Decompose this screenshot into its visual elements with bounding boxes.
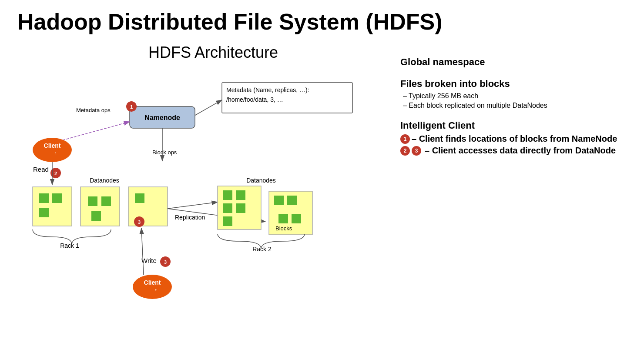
svg-text:3: 3 bbox=[164, 259, 167, 265]
svg-line-39 bbox=[141, 228, 144, 275]
svg-text:Client: Client bbox=[144, 279, 161, 286]
intelligent-bullet-1-text: – Client finds locations of blocks from … bbox=[412, 134, 617, 144]
svg-rect-49 bbox=[223, 216, 232, 226]
svg-text:/home/foo/data, 3, …: /home/foo/data, 3, … bbox=[226, 96, 283, 103]
svg-point-36 bbox=[133, 275, 172, 299]
section-intelligent-client: Intelligent Client 1 – Client finds loca… bbox=[400, 120, 627, 156]
svg-text:Block ops: Block ops bbox=[152, 149, 177, 156]
svg-rect-29 bbox=[135, 193, 144, 203]
svg-rect-23 bbox=[39, 208, 49, 217]
svg-rect-26 bbox=[101, 196, 111, 206]
svg-text:Client: Client bbox=[44, 142, 61, 149]
svg-text:Replication: Replication bbox=[175, 214, 205, 221]
svg-rect-54 bbox=[292, 214, 301, 223]
svg-line-3 bbox=[191, 100, 222, 117]
svg-point-12 bbox=[33, 138, 72, 162]
global-namespace-heading: Global namespace bbox=[400, 57, 627, 68]
badge-3: 3 bbox=[412, 146, 421, 156]
svg-rect-20 bbox=[33, 187, 72, 226]
hdfs-diagram: Metadata (Name, replicas, …): /home/foo/… bbox=[17, 65, 374, 335]
bullet-256mb: – Typically 256 MB each bbox=[400, 92, 627, 100]
svg-rect-21 bbox=[39, 193, 49, 203]
svg-text:2: 2 bbox=[54, 171, 57, 176]
svg-rect-22 bbox=[52, 193, 62, 203]
svg-text:1: 1 bbox=[130, 104, 133, 110]
svg-text:Blocks: Blocks bbox=[275, 225, 292, 232]
svg-text:₂: ₂ bbox=[155, 287, 157, 292]
svg-text:Read: Read bbox=[33, 166, 49, 173]
intelligent-bullet-1: 1 – Client finds locations of blocks fro… bbox=[400, 134, 627, 144]
svg-text:Metadata ops: Metadata ops bbox=[76, 107, 111, 113]
diagram-title: HDFS Architecture bbox=[52, 43, 374, 62]
svg-text:Metadata (Name, replicas, …):: Metadata (Name, replicas, …): bbox=[226, 86, 309, 93]
svg-text:Rack 1: Rack 1 bbox=[60, 242, 79, 249]
svg-rect-46 bbox=[236, 190, 245, 200]
svg-rect-25 bbox=[88, 196, 97, 206]
svg-rect-48 bbox=[236, 203, 245, 213]
bullet-256mb-text: – Typically 256 MB each bbox=[403, 92, 478, 100]
svg-rect-53 bbox=[278, 214, 288, 223]
svg-line-9 bbox=[59, 122, 130, 141]
svg-rect-28 bbox=[128, 187, 168, 226]
svg-text:₁: ₁ bbox=[55, 150, 57, 155]
diagram-area: HDFS Architecture Metadata (Name, replic… bbox=[17, 39, 374, 335]
svg-text:Datanodes: Datanodes bbox=[246, 177, 276, 184]
svg-rect-47 bbox=[223, 203, 232, 213]
bullet-replicated-text: – Each block replicated on multiple Data… bbox=[403, 102, 547, 110]
svg-rect-51 bbox=[274, 196, 284, 205]
svg-text:Write: Write bbox=[141, 257, 157, 264]
svg-rect-27 bbox=[91, 211, 101, 221]
badge-2: 2 bbox=[400, 146, 410, 156]
files-broken-heading: Files broken into blocks bbox=[400, 78, 627, 90]
text-panel: Global namespace Files broken into block… bbox=[374, 39, 627, 335]
svg-rect-52 bbox=[287, 196, 297, 205]
section-global-namespace: Global namespace bbox=[400, 57, 627, 68]
svg-rect-45 bbox=[223, 190, 232, 200]
intelligent-bullet-2-text: – Client accesses data directly from Dat… bbox=[425, 146, 616, 156]
svg-text:Rack 2: Rack 2 bbox=[252, 246, 272, 253]
section-files-broken: Files broken into blocks – Typically 256… bbox=[400, 78, 627, 110]
bullet-replicated: – Each block replicated on multiple Data… bbox=[400, 102, 627, 110]
svg-text:Datanodes: Datanodes bbox=[90, 177, 119, 184]
svg-text:Namenode: Namenode bbox=[144, 114, 180, 121]
page-title: Hadoop Distributed File System (HDFS) bbox=[0, 0, 644, 39]
svg-line-41 bbox=[168, 202, 218, 209]
svg-text:3: 3 bbox=[138, 219, 141, 225]
intelligent-bullet-2: 2 3 – Client accesses data directly from… bbox=[400, 146, 627, 156]
badge-1: 1 bbox=[400, 134, 410, 144]
intelligent-client-heading: Intelligent Client bbox=[400, 120, 627, 131]
